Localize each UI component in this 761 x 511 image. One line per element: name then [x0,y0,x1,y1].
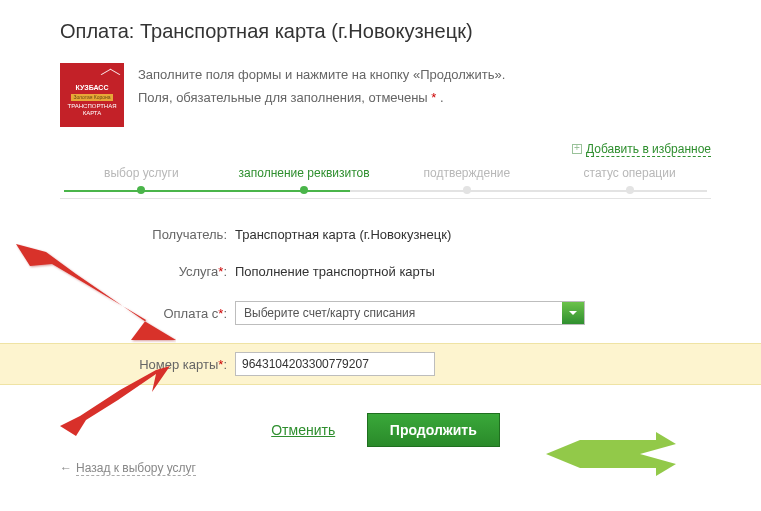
step-confirm: подтверждение [386,166,549,194]
service-label: Услуга [179,264,219,279]
row-service: Услуга*: Пополнение транспортной карты [60,260,711,283]
row-recipient: Получатель: Транспортная карта (г.Новоку… [60,223,711,246]
required-mark: * [218,306,223,321]
required-mark: * [218,357,223,372]
intro-line2-post: . [436,90,443,105]
page-title: Оплата: Транспортная карта (г.Новокузнец… [60,20,711,43]
progress-steps: выбор услуги заполнение реквизитов подтв… [60,166,711,199]
chevron-down-icon[interactable] [562,302,584,324]
step-status: статус операции [548,166,711,194]
payfrom-select[interactable]: Выберите счет/карту списания [235,301,585,325]
card-number-input[interactable] [235,352,435,376]
continue-button[interactable]: Продолжить [367,413,500,447]
payfrom-selected: Выберите счет/карту списания [236,306,562,320]
payfrom-label: Оплата с [163,306,218,321]
row-payfrom: Оплата с*: Выберите счет/карту списания [60,297,711,329]
recipient-value: Транспортная карта (г.Новокузнецк) [235,227,711,242]
logo-line: КУЗБАСС [76,84,109,92]
required-mark: * [218,264,223,279]
logo-line: Золотая Корона [71,94,112,102]
bookmark-icon [572,144,582,154]
back-link[interactable]: Назад к выбору услуг [76,461,196,476]
cardnum-label: Номер карты [139,357,218,372]
recipient-label: Получатель: [60,227,235,242]
step-details: заполнение реквизитов [223,166,386,194]
intro-text: Заполните поля формы и нажмите на кнопку… [138,63,505,127]
intro-line2-pre: Поля, обязательные для заполнения, отмеч… [138,90,431,105]
logo-line: ТРАНСПОРТНАЯ [68,103,117,110]
row-cardnumber: Номер карты*: [0,343,761,385]
back-arrow-icon: ← [60,461,72,475]
logo-line: КАРТА [83,110,102,117]
intro-line1: Заполните поля формы и нажмите на кнопку… [138,63,505,86]
provider-logo: КУЗБАСС Золотая Корона ТРАНСПОРТНАЯ КАРТ… [60,63,124,127]
step-service: выбор услуги [60,166,223,194]
intro-block: КУЗБАСС Золотая Корона ТРАНСПОРТНАЯ КАРТ… [60,63,711,127]
add-to-favorites-link[interactable]: Добавить в избранное [586,142,711,157]
cancel-button[interactable]: Отменить [271,422,335,438]
service-value: Пополнение транспортной карты [235,264,711,279]
